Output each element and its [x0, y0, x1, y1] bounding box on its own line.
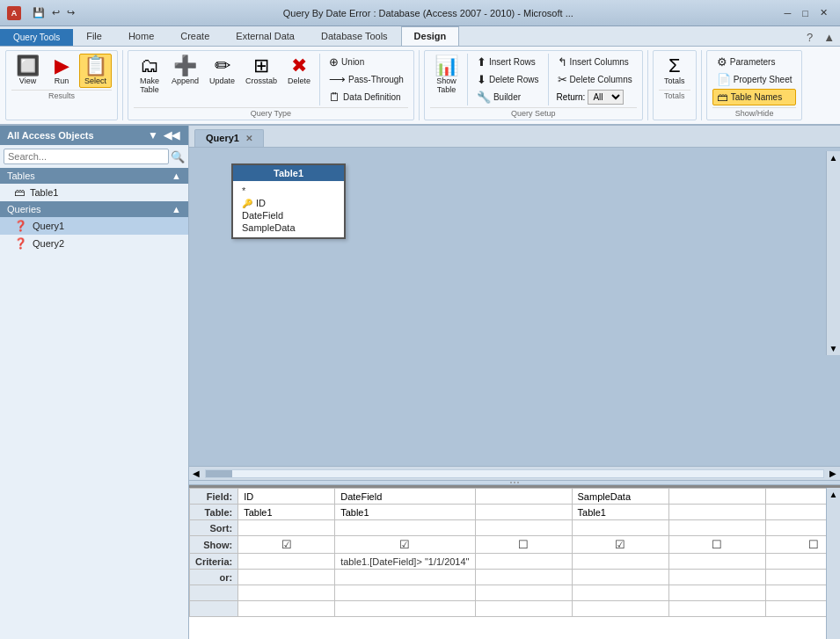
grid-vscroll[interactable]: ▲ ▼: [826, 488, 840, 639]
show-cell-1[interactable]: ☑: [238, 536, 335, 554]
sort-cell-6[interactable]: [765, 520, 826, 536]
or-cell-6[interactable]: [765, 570, 826, 585]
query-designer[interactable]: Table1 * 🔑 ID DateField: [189, 148, 840, 359]
empty-cell-7[interactable]: [238, 601, 335, 617]
criteria-cell-1[interactable]: [238, 554, 335, 570]
tab-database-tools[interactable]: Database Tools: [308, 26, 401, 46]
show-cell-6[interactable]: ☐: [765, 536, 826, 554]
window-minimize-button[interactable]: ─: [779, 5, 797, 20]
nav-section-tables-header[interactable]: Tables ▲: [0, 168, 188, 184]
hscroll-left-btn[interactable]: ◀: [189, 467, 203, 480]
tab-file[interactable]: File: [73, 26, 115, 46]
table-cell-3[interactable]: [475, 505, 572, 520]
empty-cell-12[interactable]: [765, 601, 826, 617]
delete-columns-button[interactable]: ✂ Delete Columns: [553, 71, 637, 88]
table-cell-2[interactable]: Table1: [335, 505, 475, 520]
or-cell-4[interactable]: [572, 570, 668, 585]
sort-cell-4[interactable]: [572, 520, 668, 536]
ribbon-help-button[interactable]: ?: [801, 29, 818, 46]
show-table-button[interactable]: 📊 ShowTable: [430, 54, 463, 97]
criteria-cell-4[interactable]: [572, 554, 668, 570]
union-button[interactable]: ⊕ Union: [325, 54, 408, 70]
pass-through-button[interactable]: ⟶ Pass-Through: [325, 71, 408, 88]
tab-external-data[interactable]: External Data: [223, 26, 308, 46]
vscroll-down-btn[interactable]: ▼: [828, 342, 840, 355]
tab-home[interactable]: Home: [115, 26, 167, 46]
totals-button[interactable]: Σ Totals: [659, 54, 690, 88]
criteria-cell-5[interactable]: [668, 554, 765, 570]
field-cell-2[interactable]: DateField: [335, 489, 475, 505]
field-cell-3[interactable]: [475, 489, 572, 505]
table-names-button[interactable]: 🗃 Table Names: [712, 89, 797, 105]
delete-button[interactable]: ✖ Delete: [283, 54, 315, 88]
empty-cell-1[interactable]: [238, 585, 335, 601]
doc-tab-query1[interactable]: Query1 ✕: [194, 129, 264, 147]
empty-cell-9[interactable]: [475, 601, 572, 617]
qat-undo-button[interactable]: ↩: [49, 5, 62, 20]
table-cell-4[interactable]: Table1: [572, 505, 668, 520]
empty-cell-5[interactable]: [668, 585, 765, 601]
update-button[interactable]: ✏ Update: [205, 54, 239, 88]
delete-rows-button[interactable]: ⬇ Delete Rows: [472, 71, 544, 88]
field-cell-1[interactable]: ID: [238, 489, 335, 505]
tab-design[interactable]: Design: [401, 26, 460, 46]
window-maximize-button[interactable]: □: [797, 5, 814, 20]
hscroll-right-btn[interactable]: ▶: [826, 467, 840, 480]
nav-item-table1[interactable]: 🗃 Table1: [0, 184, 188, 201]
nav-search-input[interactable]: [4, 149, 169, 164]
ribbon-collapse-button[interactable]: ▲: [818, 29, 840, 46]
designer-vscroll[interactable]: ▲ ▼: [826, 151, 840, 355]
nav-section-queries-header[interactable]: Queries ▲: [0, 201, 188, 217]
empty-cell-4[interactable]: [572, 585, 668, 601]
query-grid[interactable]: Field: ID DateField SampleData: [189, 485, 840, 639]
property-sheet-button[interactable]: 📄 Property Sheet: [712, 71, 797, 88]
or-cell-5[interactable]: [668, 570, 765, 585]
view-button[interactable]: 🔲 View: [11, 54, 44, 88]
table-cell-5[interactable]: [668, 505, 765, 520]
empty-cell-2[interactable]: [335, 585, 475, 601]
builder-button[interactable]: 🔧 Builder: [472, 89, 544, 105]
make-table-button[interactable]: 🗂 MakeTable: [134, 54, 165, 97]
empty-cell-10[interactable]: [572, 601, 668, 617]
select-button[interactable]: 📋 Select: [79, 54, 112, 88]
data-definition-button[interactable]: 🗒 Data Definition: [325, 89, 408, 105]
field-cell-6[interactable]: [765, 489, 826, 505]
criteria-cell-6[interactable]: [765, 554, 826, 570]
field-cell-5[interactable]: [668, 489, 765, 505]
empty-cell-11[interactable]: [668, 601, 765, 617]
vscroll-up-btn[interactable]: ▲: [828, 151, 840, 164]
run-button[interactable]: ▶ Run: [46, 54, 77, 88]
insert-columns-button[interactable]: ↰ Insert Columns: [553, 54, 637, 70]
return-select[interactable]: All 5 25 100: [588, 90, 624, 105]
show-cell-2[interactable]: ☑: [335, 536, 475, 554]
sort-cell-1[interactable]: [238, 520, 335, 536]
sort-cell-5[interactable]: [668, 520, 765, 536]
criteria-cell-2[interactable]: table1.[DateField]> "1/1/2014": [335, 554, 475, 570]
field-cell-4[interactable]: SampleData: [572, 489, 668, 505]
show-cell-4[interactable]: ☑: [572, 536, 668, 554]
insert-rows-button[interactable]: ⬆ Insert Rows: [472, 54, 544, 70]
sort-cell-3[interactable]: [475, 520, 572, 536]
sort-cell-2[interactable]: [335, 520, 475, 536]
grid-vscroll-up-btn[interactable]: ▲: [828, 488, 840, 501]
tab-query-tools[interactable]: Query Tools: [0, 29, 73, 46]
nav-search-toggle[interactable]: ▼: [146, 129, 160, 142]
doc-tab-close-icon[interactable]: ✕: [245, 134, 252, 143]
or-cell-2[interactable]: [335, 570, 475, 585]
nav-item-query1[interactable]: ❓ Query1: [0, 217, 188, 235]
show-cell-5[interactable]: ☐: [668, 536, 765, 554]
nav-item-query2[interactable]: ❓ Query2: [0, 235, 188, 252]
crosstab-button[interactable]: ⊞ Crosstab: [241, 54, 281, 88]
append-button[interactable]: ➕ Append: [167, 54, 203, 88]
parameters-button[interactable]: ⚙ Parameters: [712, 54, 797, 70]
table-cell-6[interactable]: [765, 505, 826, 520]
empty-cell-8[interactable]: [335, 601, 475, 617]
empty-cell-3[interactable]: [475, 585, 572, 601]
or-cell-1[interactable]: [238, 570, 335, 585]
show-cell-3[interactable]: ☐: [475, 536, 572, 554]
table-cell-1[interactable]: Table1: [238, 505, 335, 520]
qat-save-button[interactable]: 💾: [30, 5, 47, 20]
or-cell-3[interactable]: [475, 570, 572, 585]
window-close-button[interactable]: ✕: [814, 5, 833, 20]
criteria-cell-3[interactable]: [475, 554, 572, 570]
